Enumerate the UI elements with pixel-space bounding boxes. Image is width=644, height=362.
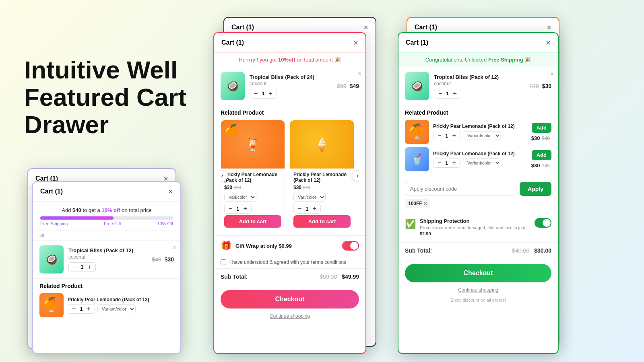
drawer2-qty-control: − 1 + xyxy=(250,89,277,99)
drawer2-carousel-card-2: 🍦 Prickly Pear Lemonade (Pack of 12) $30… xyxy=(290,120,354,231)
drawer1-qty-decrease[interactable]: − xyxy=(72,263,77,271)
drawer3-related-qty-2-dec[interactable]: − xyxy=(437,159,442,167)
drawer1-qty-value: 1 xyxy=(80,264,83,270)
drawer2-carousel-section: Related Product ‹ Prickly Pear Lemonade … xyxy=(214,105,365,236)
drawer3-variant-select-1[interactable]: Variant/color xyxy=(463,131,501,140)
drawer1-qty-increase[interactable]: + xyxy=(87,263,92,271)
drawer3-outer-close[interactable]: × xyxy=(547,23,551,31)
drawer2-inner: Cart (1) × Hurrrry!! you got 10%off on t… xyxy=(213,32,366,354)
drawer2-qty-value: 1 xyxy=(262,90,264,97)
drawer2-terms-checkbox[interactable] xyxy=(221,259,226,265)
drawer2-card1-variant[interactable]: Vari/color xyxy=(224,193,256,202)
drawer1-item-name: Tropical Bliss (Pack of 12) xyxy=(68,247,147,253)
drawer2-item-remove[interactable]: × xyxy=(358,70,361,78)
drawer3-continue-sub: Enjoy discount on all orders! xyxy=(398,298,558,306)
drawer3-related-2-price-old: $40 xyxy=(542,163,550,169)
drawer2-card1-add-btn[interactable]: Add to cart xyxy=(224,215,281,228)
drawer3-related-qty-2-inc[interactable]: + xyxy=(452,159,457,167)
drawer2-gift-toggle-knob xyxy=(350,242,358,250)
drawer3-related-qty-1: − 1 + xyxy=(433,131,460,140)
drawer1-variant-select[interactable]: Variant/color xyxy=(97,304,136,313)
drawer3-discount-code: 100FF xyxy=(408,201,422,206)
drawer3-shipping-prot-row: ✅ Shipping Protection Protect your order… xyxy=(405,218,551,237)
drawer2-item-details: Tropical Bliss (Pack of 24) coconut − 1 … xyxy=(250,74,332,99)
drawer2-item-price: $59 $49 xyxy=(337,83,359,89)
drawer3-variant-select-2[interactable]: Variant/color xyxy=(463,158,501,167)
drawer2-item-image: 🥥 xyxy=(221,72,245,100)
drawer2-card1-body: Prickly Pear Lemonade (Pack of 12) $30 $… xyxy=(221,169,285,231)
drawer3-related-2-add-btn[interactable]: Add xyxy=(532,150,551,160)
drawer1-related-qty-increase[interactable]: + xyxy=(86,305,91,313)
drawer2-inner-close[interactable]: × xyxy=(353,39,358,47)
drawer2-qty-decrease[interactable]: − xyxy=(253,90,258,97)
drawer1-item-price: $40 $30 xyxy=(152,256,174,263)
drawer2-subtotal-section: Sub Total: $59.00 $49.99 xyxy=(214,269,365,285)
drawer2-card2-price: $30 $40 xyxy=(293,185,351,190)
drawer3-qty-decrease[interactable]: − xyxy=(438,90,443,97)
drawer3-alert-banner: Congratulations, Unlocked Free Shipping … xyxy=(398,53,558,67)
drawer3-inner-close[interactable]: × xyxy=(546,39,551,47)
drawer3-inner-header: Cart (1) × xyxy=(398,33,558,53)
drawer1-related-section: Related Product Prickly Pear Lemonade (P… xyxy=(33,279,180,323)
drawer1-inner-title: Cart (1) xyxy=(40,188,63,195)
drawer2-card2-add-btn[interactable]: Add to cart xyxy=(293,215,351,228)
drawer3-discount-input[interactable] xyxy=(405,182,516,196)
drawer2-gift-toggle[interactable] xyxy=(342,241,359,251)
drawer3-shipping-prot-toggle-knob xyxy=(543,219,551,227)
drawer3-item-remove[interactable]: × xyxy=(550,70,554,78)
drawer2-price-old: $59 xyxy=(337,83,346,89)
drawer2-qty-increase[interactable]: + xyxy=(268,90,273,97)
drawer2-card2-controls: Vari/color − 1 + xyxy=(293,193,351,214)
drawer3-related-name-2: Prickly Pear Lemonade (Pack of 12) xyxy=(433,151,527,156)
gift-icon: 🎁 xyxy=(221,241,231,251)
drawer1-item-details: Tropical Bliss (Pack of 12) coconut − 1 … xyxy=(68,247,147,272)
drawer3-related-qty-1-dec[interactable]: − xyxy=(437,132,442,139)
drawer1-milestones: Free Shipping Free Gift 10% Off xyxy=(40,221,173,226)
drawer3-prot-details: Shipping Protection Protect your order f… xyxy=(420,218,530,237)
drawer3-related-item-1: Prickly Pear Lemonade (Pack of 12) − 1 +… xyxy=(405,120,551,144)
drawer1-related-controls: − 1 + Variant/color xyxy=(68,304,174,314)
drawer3-discount-remove[interactable]: × xyxy=(424,200,427,207)
drawer2-card2-qty-dec[interactable]: − xyxy=(297,205,302,212)
drawer3-item-details: Tropical Bliss (Pack of 12) coconut − 1 … xyxy=(434,74,524,99)
drawer3-checkout-btn[interactable]: Checkout xyxy=(405,264,551,282)
drawer2-card1-name: Prickly Pear Lemonade (Pack of 12) xyxy=(224,172,281,183)
drawer3-discount-row: Apply xyxy=(405,182,551,196)
drawer2-carousel-card-1: Prickly Pear Lemonade (Pack of 12) $30 $… xyxy=(221,120,285,231)
drawer3-related-item-2: 🥤 Prickly Pear Lemonade (Pack of 12) − 1… xyxy=(405,147,551,171)
drawer2-alert-banner: Hurrrry!! you got 10%off on total amount… xyxy=(214,53,365,67)
drawer2-card2-qty-inc[interactable]: + xyxy=(312,205,317,212)
drawer2-card1-qty-dec[interactable]: − xyxy=(228,205,233,212)
drawer3-related-2-price: $30 $40 xyxy=(531,162,551,169)
drawer3-scroll: Congratulations, Unlocked Free Shipping … xyxy=(398,53,558,306)
drawer2-subtotal-old: $59.00 xyxy=(320,274,337,280)
drawer2-checkout-btn[interactable]: Checkout xyxy=(221,290,359,309)
drawer3-related-qty-2-val: 1 xyxy=(445,160,448,166)
drawer3-related-1-add-btn[interactable]: Add xyxy=(532,123,551,133)
drawer1-item-remove[interactable]: × xyxy=(173,244,176,251)
drawer2-terms-text: I have understood & agreed with your ter… xyxy=(229,259,346,265)
drawer1-related-qty-decrease[interactable]: − xyxy=(71,305,76,313)
drawer3-related-qty-1-inc[interactable]: + xyxy=(452,132,457,139)
drawer1-related-img xyxy=(39,293,64,317)
drawer3-subtotal-label: Sub Total: xyxy=(405,247,432,254)
drawer2-card2-variant[interactable]: Vari/color xyxy=(293,193,326,202)
drawer3-inner-title: Cart (1) xyxy=(406,39,428,46)
drawer1-related-info: Prickly Pear Lemonade (Pack of 12) − 1 +… xyxy=(68,297,174,314)
drawer2-continue-link[interactable]: Continue shooping xyxy=(214,313,365,324)
drawer3-prot-desc: Protect your order from damaged, thift a… xyxy=(420,225,530,237)
drawer3-continue-link[interactable]: Continue shooping xyxy=(398,287,558,298)
drawer2-card1-price-old: $40 xyxy=(233,185,241,190)
drawer1-related-title: Related Product xyxy=(39,283,174,289)
drawer3-inner: Cart (1) × Congratulations, Unlocked Fre… xyxy=(398,32,559,354)
drawer3-apply-btn[interactable]: Apply xyxy=(520,182,551,196)
drawer2-card1-qty-inc[interactable]: + xyxy=(243,205,248,212)
drawer3-item-image: 🥥 xyxy=(405,72,429,100)
drawer2-card1-price: $30 $40 xyxy=(224,185,281,190)
drawer3-qty-increase[interactable]: + xyxy=(452,90,458,97)
drawer2-inner-title: Cart (1) xyxy=(221,39,244,46)
drawer3-shipping-prot-toggle[interactable] xyxy=(535,218,551,228)
drawer3-related-img-1 xyxy=(405,120,429,144)
drawer2-outer-close[interactable]: × xyxy=(363,23,368,31)
drawer1-inner-close[interactable]: × xyxy=(168,187,173,195)
